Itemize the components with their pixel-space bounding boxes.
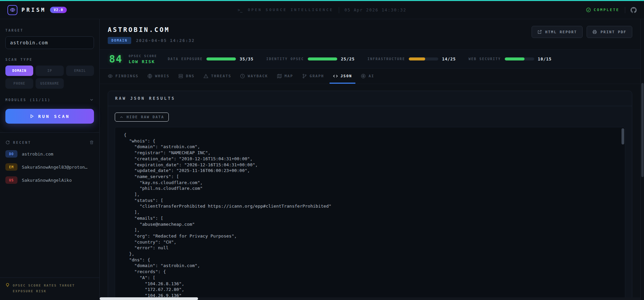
hide-raw-data-button[interactable]: HIDE RAW DATA <box>115 113 169 122</box>
warning-triangle-icon <box>203 74 208 79</box>
recent-type-badge: US <box>5 176 17 184</box>
progress-bar <box>308 57 337 60</box>
github-icon[interactable] <box>631 7 637 13</box>
recent-item-email[interactable]: EM SakuraSnowAngel83@proton… <box>5 163 94 171</box>
globe-icon <box>147 74 152 79</box>
scrollbar-thumb[interactable] <box>641 83 644 177</box>
raw-json-panel: RAW JSON RESULTS HIDE RAW DATA { "whois"… <box>108 91 632 300</box>
scrollbar-thumb[interactable] <box>100 297 198 300</box>
html-report-button[interactable]: HTML REPORT <box>532 26 583 38</box>
status-label: COMPLETE <box>594 8 620 12</box>
print-pdf-label: PRINT PDF <box>600 30 627 34</box>
run-scan-label: RUN SCAN <box>38 114 70 119</box>
check-circle-icon <box>586 7 591 12</box>
opsec-score-meta: OPSEC SCORE LOW RISK <box>129 54 157 64</box>
recent-type-badge: EM <box>5 163 17 171</box>
progress-bar <box>206 57 236 60</box>
scan-type-phone[interactable]: PHONE <box>5 78 33 89</box>
tab-dns[interactable]: DNS <box>175 69 198 84</box>
topbar: PRISM V2.0 >_ OPEN SOURCE INTELLIGENCE 0… <box>0 1 644 19</box>
divider <box>625 7 625 13</box>
chevron-down-icon <box>89 97 94 102</box>
metric-web-security: WEB SECURITY 10/15 <box>468 57 551 61</box>
prism-app: PRISM V2.0 >_ OPEN SOURCE INTELLIGENCE 0… <box>0 0 644 300</box>
eye-icon <box>108 74 113 79</box>
metric-infrastructure: INFRASTRUCTURE 14/25 <box>367 57 456 61</box>
result-header: ASTROBIN.COM DOMAIN 2026-04-05 14:26:32 … <box>100 19 640 44</box>
tab-threats[interactable]: THREATS <box>200 69 235 84</box>
printer-icon <box>592 30 597 34</box>
scrollbar-thumb[interactable] <box>622 128 624 144</box>
recent-label: RECENT <box>13 141 31 144</box>
clock-icon <box>240 74 245 79</box>
risk-level: LOW RISK <box>129 59 157 64</box>
chevron-up-icon <box>119 115 123 119</box>
scan-type-label: SCAN TYPE <box>5 58 94 61</box>
scan-type-email[interactable]: EMAIL <box>66 66 94 76</box>
page-vertical-scrollbar[interactable] <box>640 19 644 300</box>
history-icon <box>5 140 10 145</box>
tab-map[interactable]: MAP <box>274 69 297 84</box>
run-scan-button[interactable]: RUN SCAN <box>5 109 94 124</box>
score-metrics: DATA EXPOSURE 35/35 IDENTITY OPSEC 25/25… <box>168 57 552 61</box>
page-title: ASTROBIN.COM <box>108 26 195 33</box>
result-tabs: FINDINGS WHOIS DNS THREATS WAYBACK MAP <box>100 69 640 84</box>
sidebar: TARGET SCAN TYPE DOMAIN IP EMAIL PHONE U… <box>0 19 100 300</box>
hide-raw-data-label: HIDE RAW DATA <box>127 115 164 119</box>
metric-identity-opsec: IDENTITY OPSEC 25/25 <box>266 57 354 61</box>
tab-wayback[interactable]: WAYBACK <box>237 69 271 84</box>
scan-type-username[interactable]: USERNAME <box>36 78 63 89</box>
metric-data-exposure: DATA EXPOSURE 35/35 <box>168 57 253 61</box>
sparkle-icon <box>361 74 366 79</box>
divider <box>0 132 99 133</box>
scan-type-group: DOMAIN IP EMAIL PHONE USERNAME <box>5 66 94 89</box>
topbar-center: >_ OPEN SOURCE INTELLIGENCE 05 Apr 2026 … <box>238 7 406 13</box>
recent-header: RECENT <box>5 140 94 145</box>
main-content: ASTROBIN.COM DOMAIN 2026-04-05 14:26:32 … <box>100 19 640 300</box>
scan-type-ip[interactable]: IP <box>36 66 63 76</box>
topbar-right: COMPLETE <box>586 7 637 13</box>
recent-item-label: astrobin.com <box>22 152 53 157</box>
recent-item-label: SakuraSnowAngelAiko <box>22 178 72 183</box>
version-badge: V2.0 <box>50 7 67 13</box>
external-link-icon <box>537 30 542 34</box>
scan-type-domain[interactable]: DOMAIN <box>5 66 33 76</box>
divider <box>339 7 339 13</box>
recent-item-username[interactable]: US SakuraSnowAngelAiko <box>5 176 94 184</box>
git-branch-icon <box>302 74 307 79</box>
modules-label: MODULES (11/11) <box>5 98 51 102</box>
code-brackets-icon <box>333 74 338 79</box>
print-pdf-button[interactable]: PRINT PDF <box>587 26 632 38</box>
json-raw-text: { "whois": { "domain": "astrobin.com", "… <box>115 127 625 300</box>
target-input[interactable] <box>5 36 94 49</box>
header-actions: HTML REPORT PRINT PDF <box>532 26 632 38</box>
tab-graph[interactable]: GRAPH <box>299 69 328 84</box>
trash-icon[interactable] <box>89 140 94 145</box>
tab-json[interactable]: JSON <box>330 69 356 84</box>
html-report-label: HTML REPORT <box>545 30 577 34</box>
scan-status: COMPLETE <box>586 7 620 12</box>
lightbulb-icon <box>5 283 10 287</box>
topbar-datetime: 05 Apr 2026 14:30:32 <box>344 8 406 12</box>
scan-timestamp: 2026-04-05 14:26:32 <box>136 38 195 43</box>
opsec-score-strip: 84 OPSEC SCORE LOW RISK DATA EXPOSURE 35… <box>100 49 640 69</box>
target-label: TARGET <box>5 29 94 32</box>
json-code-block: { "whois": { "domain": "astrobin.com", "… <box>115 127 625 300</box>
play-icon <box>30 114 34 119</box>
prism-logo-icon <box>7 5 17 15</box>
opsec-score-value: 84 <box>109 53 122 65</box>
tab-findings[interactable]: FINDINGS <box>104 69 142 84</box>
tab-ai[interactable]: AI <box>357 69 378 84</box>
brand-name: PRISM <box>21 7 46 13</box>
tab-whois[interactable]: WHOIS <box>144 69 173 84</box>
page-horizontal-scrollbar[interactable] <box>100 297 640 300</box>
recent-list: DO astrobin.com EM SakuraSnowAngel83@pro… <box>5 150 94 184</box>
server-icon <box>178 74 183 79</box>
panel-title: RAW JSON RESULTS <box>108 91 632 106</box>
progress-bar <box>505 57 534 60</box>
recent-type-badge: DO <box>5 150 17 158</box>
domain-type-badge: DOMAIN <box>108 37 131 44</box>
recent-item-domain[interactable]: DO astrobin.com <box>5 150 94 158</box>
modules-toggle[interactable]: MODULES (11/11) <box>5 97 94 102</box>
code-vertical-scrollbar[interactable] <box>622 128 624 297</box>
